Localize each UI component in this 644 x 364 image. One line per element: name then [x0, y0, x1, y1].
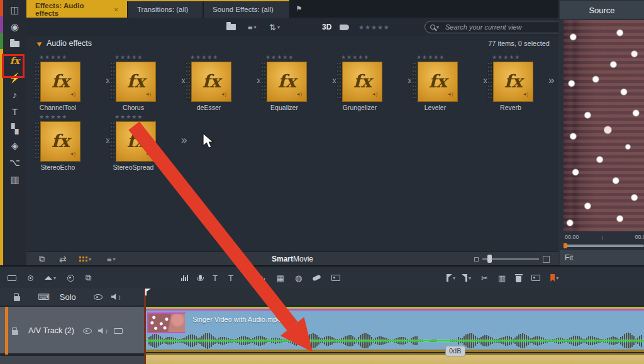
tile-stars[interactable]: ★★★★★ [332, 54, 401, 62]
timeline-clip[interactable]: Singer Video with Audio.mp4 [146, 307, 644, 352]
track-header-av2[interactable]: A/V Track (2) ) [0, 306, 145, 353]
marker-button[interactable]: ▾ [550, 274, 558, 282]
sort-button[interactable]: ⇅▾ [269, 18, 280, 36]
organizer-icon[interactable]: ◫ [3, 1, 26, 18]
effect-tile-equalizer[interactable]: ★★★★★ fx◄) Equalizer [257, 54, 326, 111]
fx-glyph: fx [52, 133, 70, 150]
wave-tool-button[interactable]: ∿ [259, 273, 266, 283]
lock-all-button[interactable] [14, 293, 20, 301]
tile-stars[interactable]: ★★★★★ [106, 114, 175, 121]
timeline-ruler[interactable] [145, 288, 644, 306]
templates-icon[interactable]: ▚ [3, 120, 26, 137]
zoom-out-box[interactable] [474, 257, 479, 262]
multicam-button[interactable]: ▦ [277, 273, 284, 283]
effect-tile-stereospread[interactable]: ★★★★★ fx◄) StereoSpread [106, 114, 175, 171]
snapshot-button[interactable] [331, 275, 340, 281]
source-video-preview[interactable] [564, 20, 644, 231]
effect-tile-leveler[interactable]: ★★★★★ fx◄) Leveler [408, 54, 477, 111]
audio-mini-icon: ◄) [296, 92, 302, 96]
chevron-down-icon[interactable]: ▾ [436, 25, 439, 30]
scrubber-handle[interactable] [564, 243, 567, 248]
audio-mixer-button[interactable] [181, 275, 188, 281]
playhead-line[interactable] [144, 289, 146, 364]
tab-sound-effects[interactable]: Sound Effects: (all) [204, 1, 289, 18]
effect-tile-deesser[interactable]: ★★★★★ fx◄) deEsser [181, 54, 250, 111]
zoom-slider-track[interactable] [482, 258, 539, 260]
pill-tool-button[interactable] [313, 276, 321, 280]
marker-menu-button[interactable]: ▾ [45, 275, 56, 281]
voiceover-button[interactable] [199, 275, 202, 282]
settings-dot-button[interactable] [28, 275, 33, 281]
zoom-slider-handle[interactable] [487, 255, 492, 263]
search-input[interactable]: ▾ Search your current view ◉ [425, 21, 575, 33]
track-visibility-button[interactable] [83, 328, 92, 334]
track-below[interactable] [145, 353, 644, 364]
razor-button[interactable]: ✂ [481, 273, 488, 283]
tile-stars[interactable]: ★★★★★ [408, 54, 477, 62]
title-motion-button[interactable]: T [228, 273, 233, 283]
track-mute-button[interactable]: ) [98, 328, 108, 334]
browse-folder-button[interactable] [226, 18, 236, 36]
fit-label[interactable]: Fit [565, 253, 573, 262]
effect-tile-stereoecho[interactable]: ★★★★★ fx◄) StereoEcho [30, 114, 99, 171]
track-lock-button[interactable] [12, 327, 18, 335]
detail-view-button[interactable]: ≡▾ [107, 252, 116, 266]
keyboard-icon[interactable]: ▥ [3, 171, 26, 188]
speaker-icon [111, 294, 118, 300]
section-arrow-icon[interactable] [36, 40, 43, 47]
track-monitor-button[interactable] [114, 328, 123, 334]
solo-label[interactable]: Solo [60, 292, 76, 302]
playhead-flag-icon[interactable] [145, 289, 151, 292]
filmstrip-button[interactable]: ▥ [498, 273, 506, 283]
tile-stars[interactable]: ★★★★★ [257, 54, 326, 62]
section-title[interactable]: Audio effects [47, 39, 92, 48]
tile-stars[interactable]: ★★★★★ [483, 54, 552, 62]
source-header[interactable]: Source [560, 1, 644, 19]
new-tab-icon[interactable]: ⚑ [296, 4, 303, 13]
folder-icon[interactable] [3, 35, 26, 52]
titles-icon[interactable]: T [3, 103, 26, 120]
music-icon[interactable]: ♪ [3, 86, 26, 103]
track-header-next[interactable] [0, 355, 145, 364]
tile-stars[interactable]: ★★★★★ [106, 54, 175, 62]
record-button[interactable] [67, 275, 74, 282]
globe-button[interactable]: ◍ [295, 273, 302, 283]
copy-button[interactable]: ⧉ [86, 273, 91, 283]
split-icon[interactable]: ⌥ [3, 154, 26, 171]
effect-tile-channeltool[interactable]: ★★★★★ fx◄) ChannelTool [30, 54, 99, 111]
volume-keyframe-line[interactable] [146, 340, 644, 341]
tile-stars[interactable]: ★★★★★ [181, 54, 250, 62]
effect-tile-grungelizer[interactable]: ★★★★★ fx◄) Grungelizer [332, 54, 401, 111]
tile-stars[interactable]: ★★★★★ [30, 114, 99, 121]
tab-effects-audio[interactable]: Effects: Audio effects × [26, 1, 127, 18]
pages-button[interactable]: ⧉ [39, 252, 45, 266]
camera-button[interactable] [531, 275, 540, 281]
effect-tile-chorus[interactable]: ★★★★★ fx◄) Chorus [106, 54, 175, 111]
visibility-all-button[interactable] [94, 294, 103, 300]
sync-button[interactable]: ⇄ [59, 252, 67, 266]
tab-close-icon[interactable]: × [114, 6, 118, 13]
source-scrubber[interactable] [564, 243, 644, 248]
effect-tile-reverb[interactable]: ★★★★★ fx◄) Reverb [483, 54, 552, 111]
navigator-button[interactable] [8, 275, 16, 281]
trim-out-button[interactable]: ▾ [465, 274, 471, 282]
layers-icon[interactable]: ◈ [3, 137, 26, 154]
tile-stars[interactable]: ★★★★★ [30, 54, 99, 62]
projects-icon[interactable]: ◉ [3, 18, 26, 35]
keyboard-shortcut-button[interactable]: ⌨ [38, 292, 50, 302]
track-name[interactable]: A/V Track (2) [28, 326, 74, 335]
thumbnail-view-button[interactable]: ▾ [79, 252, 91, 266]
tag-filter-button[interactable] [340, 18, 349, 36]
clip-body[interactable]: Singer Video with Audio.mp4 [146, 311, 644, 350]
mute-all-button[interactable]: ) [111, 294, 121, 300]
title-button[interactable]: T [213, 273, 218, 283]
filter-3d-button[interactable]: 3D [322, 18, 331, 36]
list-view-button[interactable]: ≡▾ [248, 18, 257, 36]
tab-transitions[interactable]: Transitions: (all) [128, 1, 203, 18]
scrubber-track[interactable] [564, 245, 644, 247]
zoom-in-box[interactable] [543, 256, 550, 263]
effect-label: deEsser [181, 104, 236, 111]
rating-filter[interactable]: ★★★★★ [358, 18, 390, 36]
delete-button[interactable] [516, 274, 521, 282]
trim-in-button[interactable]: ▾ [447, 274, 455, 282]
